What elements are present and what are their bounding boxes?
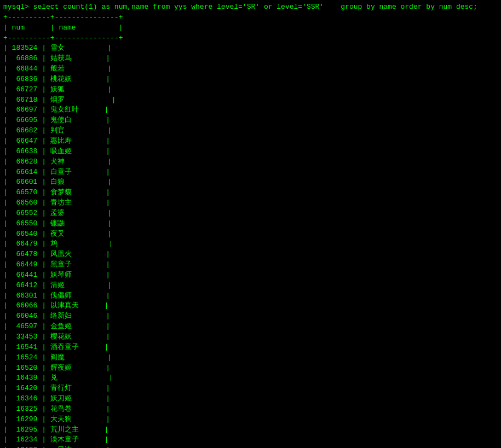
table-row: | 66647 | 惠比寿 | (3, 136, 498, 147)
table-row: | 33453 | 樱花妖 | (3, 332, 498, 342)
table-header: | num | name | (3, 23, 498, 33)
table-row: | 66695 | 鬼使白 | (3, 115, 498, 126)
table-row: | 66479 | 鸩 | (3, 239, 498, 249)
table-row: | 66836 | 桃花妖 | (3, 74, 498, 85)
table-row: | 66046 | 络新妇 | (3, 311, 498, 322)
table-row: | 46597 | 金鱼姬 | (3, 322, 498, 332)
table-row: | 66601 | 白狼 | (3, 177, 498, 188)
table-row: | 66682 | 判官 | (3, 126, 498, 136)
table-row: | 66886 | 姑获鸟 | (3, 54, 498, 64)
table-row: | 16234 | 淡木童子 | (3, 435, 498, 445)
mysql-prompt: mysql> (3, 3, 33, 11)
separator-top: +----------+---------------+ (3, 13, 498, 23)
table-row: | 16299 | 大天狗 | (3, 415, 498, 425)
table-row: | 16189 | 一目连 | (3, 445, 498, 448)
query-prompt: mysql> select count(1) as num,name from … (3, 2, 498, 13)
table-row: | 16439 | 兑 | (3, 373, 498, 383)
table-row: | 66066 | 以津真天 | (3, 301, 498, 311)
table-row: | 16520 | 辉夜姬 | (3, 363, 498, 374)
table-rows: | 183524 | 雪女 || 66886 | 姑获鸟 || 66844 | … (3, 43, 498, 448)
table-row: | 66718 | 烟罗 | (3, 95, 498, 106)
table-row: | 16325 | 花鸟卷 | (3, 404, 498, 415)
table-row: | 66638 | 吸血姬 | (3, 147, 498, 157)
table-row: | 16295 | 荒川之主 | (3, 425, 498, 435)
table-row: | 66570 | 食梦貘 | (3, 188, 498, 198)
table-row: | 66412 | 清姬 | (3, 281, 498, 291)
table-row: | 66301 | 傀儡师 | (3, 291, 498, 301)
table-row: | 66550 | 镰鼬 | (3, 219, 498, 229)
table-row: | 66441 | 妖琴师 | (3, 270, 498, 281)
table-row: | 66844 | 般若 | (3, 64, 498, 74)
table-row: | 66697 | 鬼女红叶 | (3, 105, 498, 115)
table-row: | 66628 | 犬神 | (3, 157, 498, 167)
sql-query: select count(1) as num,name from yys whe… (33, 3, 477, 11)
table-row: | 66449 | 黑童子 | (3, 260, 498, 270)
table-row: | 66727 | 妖狐 | (3, 85, 498, 95)
table-row: | 66478 | 凤凰火 | (3, 249, 498, 260)
table-row: | 16346 | 妖刀姬 | (3, 394, 498, 404)
table-row: | 16524 | 阎魔 | (3, 353, 498, 363)
table-row: | 66614 | 白童子 | (3, 167, 498, 178)
table-row: | 66560 | 青坊主 | (3, 198, 498, 208)
terminal-window: mysql> select count(1) as num,name from … (0, 0, 501, 448)
table-row: | 16541 | 酒吞童子 | (3, 342, 498, 353)
table-row: | 16420 | 青行灯 | (3, 383, 498, 394)
table-row: | 66552 | 孟婆 | (3, 208, 498, 219)
table-row: | 66540 | 夜叉 | (3, 229, 498, 240)
separator-header: +----------+---------------+ (3, 33, 498, 44)
table-row: | 183524 | 雪女 | (3, 43, 498, 54)
